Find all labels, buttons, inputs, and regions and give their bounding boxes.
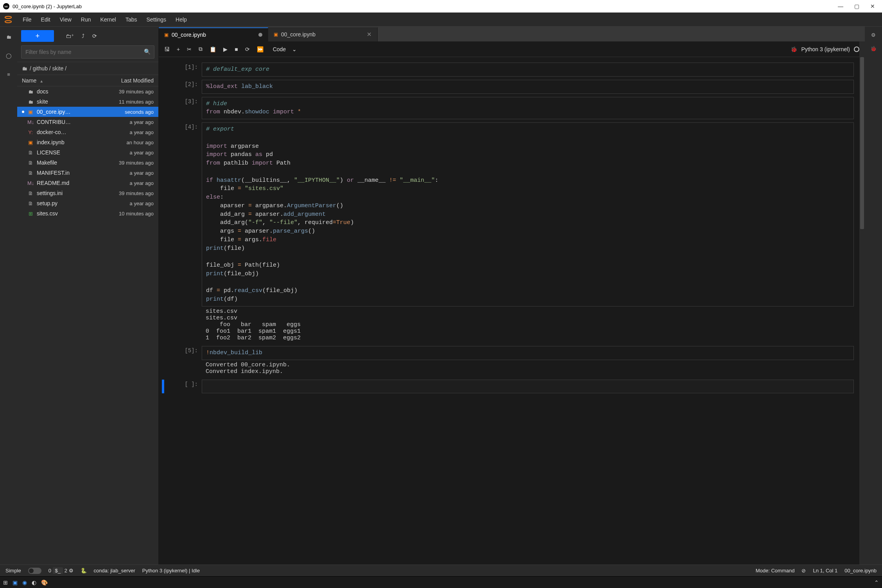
notebook-cell[interactable]: [5]:!nbdev_build_libConverted 00_core.ip… xyxy=(159,344,854,378)
menu-run[interactable]: Run xyxy=(76,14,96,25)
notebook-cell[interactable]: [3]:# hide from nbdev.showdoc import * xyxy=(159,95,854,121)
file-row[interactable]: M↓CONTRIBU…a year ago xyxy=(17,117,158,127)
cell-prompt: [2]: xyxy=(159,80,202,94)
new-launcher-button[interactable]: + xyxy=(21,30,54,42)
insert-cell-icon[interactable]: + xyxy=(177,46,180,52)
conda-env-label[interactable]: conda: jlab_server xyxy=(94,568,135,574)
mode-label[interactable]: Mode: Command xyxy=(756,568,795,574)
file-row[interactable]: ▣00_core.ipy…seconds ago xyxy=(17,107,158,117)
tab-label: 00_core.ipynb xyxy=(281,31,316,38)
file-row[interactable]: ⊞sites.csv10 minutes ago xyxy=(17,208,158,219)
new-folder-icon[interactable]: 🗀⁺ xyxy=(64,31,75,41)
notebook-cell[interactable]: [1]:# default_exp core xyxy=(159,61,854,78)
app-icon xyxy=(3,3,9,9)
cursor-position-label[interactable]: Ln 1, Col 1 xyxy=(813,568,837,574)
tab-00_core-ipynb[interactable]: ▣00_core.ipynb✕ xyxy=(268,27,378,41)
file-row[interactable]: Y:docker-co…a year ago xyxy=(17,127,158,137)
menu-kernel[interactable]: Kernel xyxy=(95,14,120,25)
file-row[interactable]: M↓README.mda year ago xyxy=(17,178,158,188)
terminal-icon: $_ xyxy=(53,567,63,574)
file-name: docs xyxy=(37,88,116,95)
file-row[interactable]: 🗎Makefile39 minutes ago xyxy=(17,158,158,168)
file-list-header[interactable]: Name▲ Last Modified xyxy=(17,75,158,86)
property-inspector-icon[interactable]: ⚙ xyxy=(871,32,876,38)
file-row[interactable]: 🗎settings.ini39 minutes ago xyxy=(17,188,158,198)
copy-icon[interactable]: ⧉ xyxy=(199,46,203,52)
dirty-indicator-icon xyxy=(258,33,262,37)
tab-bar: ▣00_core.ipynb▣00_core.ipynb✕ xyxy=(159,27,865,41)
code-input[interactable] xyxy=(202,380,854,394)
minimize-button[interactable]: — xyxy=(838,3,843,9)
code-input[interactable]: # export import argparse import pandas a… xyxy=(202,122,854,307)
file-browser-icon[interactable]: 🖿 xyxy=(4,32,13,41)
notebook-scrollbar[interactable] xyxy=(859,41,865,565)
restart-icon[interactable]: ⟳ xyxy=(245,46,250,52)
menu-tabs[interactable]: Tabs xyxy=(121,14,142,25)
menu-view[interactable]: View xyxy=(55,14,76,25)
notebook[interactable]: [1]:# default_exp core[2]:%load_ext lab_… xyxy=(159,57,865,565)
file-name: skite xyxy=(37,99,116,105)
code-input[interactable]: %load_ext lab_black xyxy=(202,80,854,94)
file-row[interactable]: 🗎MANIFEST.ina year ago xyxy=(17,168,158,178)
file-row[interactable]: 🖿docs39 minutes ago xyxy=(17,86,158,97)
run-all-icon[interactable]: ⏩ xyxy=(257,46,264,52)
file-row[interactable]: ▣index.ipynban hour ago xyxy=(17,137,158,147)
bug-icon[interactable]: 🐞 xyxy=(791,46,797,52)
file-modified: 11 minutes ago xyxy=(119,99,154,105)
taskbar-tray-icon[interactable]: ⌃ xyxy=(874,579,879,586)
toc-icon[interactable]: ≡ xyxy=(4,70,13,79)
taskbar-app-1-icon[interactable]: ▣ xyxy=(13,579,18,586)
code-input[interactable]: !nbdev_build_lib xyxy=(202,346,854,360)
jupyter-logo-icon[interactable] xyxy=(2,14,14,25)
taskbar-edge-icon[interactable]: ◉ xyxy=(22,579,27,586)
file-name: 00_core.ipy… xyxy=(37,109,122,115)
simple-mode-toggle[interactable] xyxy=(28,568,41,574)
file-modified: a year ago xyxy=(130,180,154,186)
menu-help[interactable]: Help xyxy=(171,14,192,25)
close-button[interactable]: ✕ xyxy=(870,3,875,9)
menu-settings[interactable]: Settings xyxy=(142,14,171,25)
taskbar-app-3-icon[interactable]: 🎨 xyxy=(41,579,48,586)
kernel-status-label[interactable]: Python 3 (ipykernel) | Idle xyxy=(142,568,200,574)
upload-icon[interactable]: ⤴ xyxy=(80,31,86,41)
file-row[interactable]: 🗎LICENSEa year ago xyxy=(17,147,158,158)
scrollbar-thumb[interactable] xyxy=(860,57,864,229)
cut-icon[interactable]: ✂ xyxy=(187,46,192,52)
kernel-idle-icon xyxy=(854,47,859,52)
start-menu-icon[interactable]: ⊞ xyxy=(3,579,8,586)
refresh-icon[interactable]: ⟳ xyxy=(91,31,99,41)
cell-prompt: [ ]: xyxy=(164,380,202,394)
notebook-cell[interactable]: [4]:# export import argparse import pand… xyxy=(159,121,854,344)
maximize-button[interactable]: ▢ xyxy=(854,3,859,9)
prompts-counter[interactable]: 0 $_ 2 ⚙ xyxy=(48,568,74,574)
file-row[interactable]: 🗎setup.pya year ago xyxy=(17,198,158,208)
running-kernels-icon[interactable]: ◯ xyxy=(4,51,13,60)
code-input[interactable]: # hide from nbdev.showdoc import * xyxy=(202,97,854,120)
taskbar-jupyter-icon[interactable]: ◐ xyxy=(32,579,36,586)
kernel-status[interactable]: 🐞 Python 3 (ipykernel) xyxy=(791,46,859,52)
run-icon[interactable]: ▶ xyxy=(223,46,228,52)
close-icon[interactable]: ✕ xyxy=(367,31,372,38)
notebook-cell[interactable]: [2]:%load_ext lab_black xyxy=(159,78,854,95)
save-icon[interactable]: 🖫 xyxy=(164,46,170,52)
notification-icon[interactable]: ⊘ xyxy=(801,568,806,574)
code-input[interactable]: # default_exp core xyxy=(202,63,854,77)
menu-edit[interactable]: Edit xyxy=(36,14,55,25)
tab-00_core-ipynb[interactable]: ▣00_core.ipynb xyxy=(159,27,268,41)
debugger-icon[interactable]: 🐞 xyxy=(870,46,877,52)
file-name: CONTRIBU… xyxy=(37,119,127,125)
file-modified: an hour ago xyxy=(127,140,154,145)
sidebar-toolbar: + 🗀⁺ ⤴ ⟳ xyxy=(17,27,158,45)
main-area: 🖿 ◯ ≡ + 🗀⁺ ⤴ ⟳ 🔍 / github / skite / Name… xyxy=(0,27,882,565)
file-filter-input[interactable] xyxy=(21,45,154,59)
cell-output: Converted 00_core.ipynb. Converted index… xyxy=(202,360,854,376)
file-row[interactable]: 🖿skite11 minutes ago xyxy=(17,97,158,107)
interrupt-icon[interactable]: ■ xyxy=(235,46,238,52)
current-file-label[interactable]: 00_core.ipynb xyxy=(844,568,877,574)
notebook-cell[interactable]: [ ]: xyxy=(159,378,854,395)
cell-type-selector[interactable]: Code ⌄ xyxy=(271,45,299,53)
cell-prompt: [5]: xyxy=(159,346,202,376)
breadcrumb[interactable]: / github / skite / xyxy=(17,62,158,75)
paste-icon[interactable]: 📋 xyxy=(210,46,216,52)
menu-file[interactable]: File xyxy=(18,14,36,25)
